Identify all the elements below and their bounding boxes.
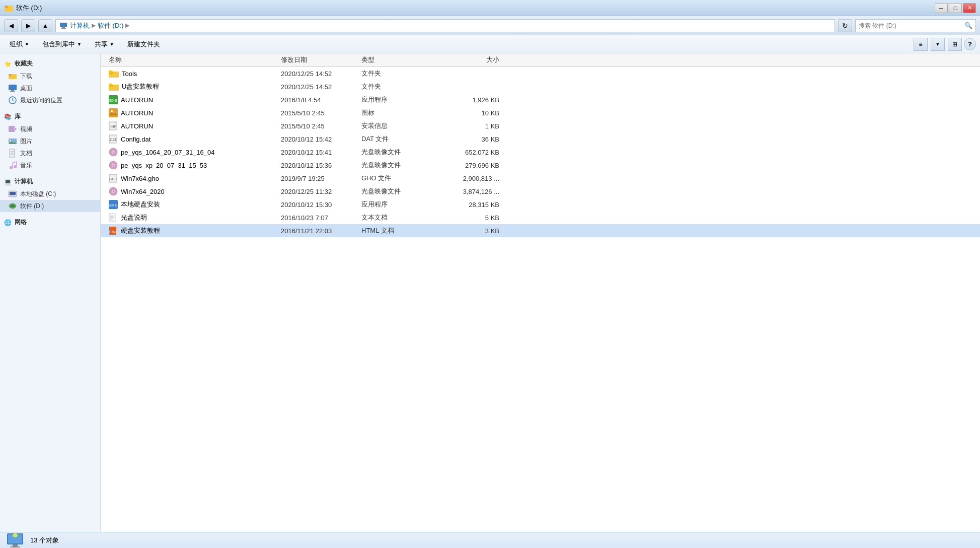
search-input[interactable] bbox=[859, 22, 964, 29]
file-name: 光盘说明 bbox=[105, 213, 281, 222]
file-icon bbox=[109, 148, 118, 157]
file-name: AUTORUN bbox=[105, 108, 281, 117]
table-row[interactable]: Win7x64_2020 2020/12/25 11:32 光盘映像文件 3,8… bbox=[101, 185, 980, 198]
col-header-date[interactable]: 修改日期 bbox=[281, 55, 361, 64]
sidebar-item-images[interactable]: 图片 bbox=[0, 135, 100, 147]
table-row[interactable]: EXE 本地硬盘安装 2020/10/12 15:30 应用程序 28,315 … bbox=[101, 198, 980, 211]
up-button[interactable]: ▲ bbox=[38, 19, 52, 32]
sidebar-item-docs[interactable]: 文档 bbox=[0, 147, 100, 159]
include-library-button[interactable]: 包含到库中 ▼ bbox=[37, 37, 87, 51]
new-folder-button[interactable]: 新建文件夹 bbox=[122, 37, 166, 51]
computer-label: 计算机 bbox=[15, 177, 33, 186]
file-icon bbox=[109, 108, 118, 117]
view-dropdown-button[interactable]: ▼ bbox=[931, 38, 945, 51]
svg-point-23 bbox=[14, 165, 17, 168]
help-button[interactable]: ? bbox=[964, 38, 976, 50]
table-row[interactable]: EXE AUTORUN 2016/1/8 4:54 应用程序 1,926 KB bbox=[101, 93, 980, 106]
svg-line-26 bbox=[13, 162, 17, 163]
sidebar-header-library[interactable]: 📚 库 bbox=[0, 110, 100, 123]
main-layout: ⭐ 收藏夹 下载 桌面 最近访问的位置 bbox=[0, 53, 980, 532]
toolbar: 组织 ▼ 包含到库中 ▼ 共享 ▼ 新建文件夹 ≡ ▼ ⊞ ? bbox=[0, 35, 980, 53]
pane-toggle-button[interactable]: ⊞ bbox=[948, 38, 962, 51]
file-icon: HTML bbox=[109, 226, 118, 235]
file-icon bbox=[109, 83, 119, 91]
file-date: 2016/11/21 22:03 bbox=[281, 227, 361, 235]
sidebar-header-favorites[interactable]: ⭐ 收藏夹 bbox=[0, 57, 100, 70]
search-bar[interactable]: 🔍 bbox=[855, 19, 976, 32]
table-row[interactable]: AUTORUN 2015/5/10 2:45 图标 10 KB bbox=[101, 106, 980, 119]
sidebar-item-drive-c[interactable]: 本地磁盘 (C:) bbox=[0, 188, 100, 200]
svg-rect-8 bbox=[11, 90, 14, 91]
table-row[interactable]: U盘安装教程 2020/12/25 14:52 文件夹 bbox=[101, 80, 980, 93]
maximize-button[interactable]: □ bbox=[949, 3, 962, 13]
file-type: 文件夹 bbox=[361, 82, 442, 91]
library-label: 库 bbox=[15, 112, 21, 121]
table-row[interactable]: HTML 硬盘安装教程 2016/11/21 22:03 HTML 文档 3 K… bbox=[101, 224, 980, 237]
sidebar-header-computer[interactable]: 💻 计算机 bbox=[0, 175, 100, 188]
file-name: EXE AUTORUN bbox=[105, 95, 281, 104]
address-bar: ◀ ▶ ▲ 计算机 ▶ 软件 (D:) ▶ ↻ 🔍 bbox=[0, 16, 980, 35]
breadcrumb-drive-d[interactable]: 软件 (D:) bbox=[98, 21, 123, 30]
svg-rect-6 bbox=[9, 74, 12, 76]
forward-button[interactable]: ▶ bbox=[21, 19, 35, 32]
col-header-size[interactable]: 大小 bbox=[442, 55, 507, 64]
file-icon: INF bbox=[109, 121, 118, 130]
table-row[interactable]: pe_yqs_xp_20_07_31_15_53 2020/10/12 15:3… bbox=[101, 159, 980, 172]
file-size: 1 KB bbox=[442, 122, 507, 130]
videos-label: 视频 bbox=[20, 125, 32, 133]
sidebar-item-videos[interactable]: 视频 bbox=[0, 123, 100, 135]
file-rows-container: Tools 2020/12/25 14:52 文件夹 U盘安装教程 2020/1… bbox=[101, 67, 980, 237]
table-row[interactable]: INF AUTORUN 2015/5/10 2:45 安装信息 1 KB bbox=[101, 119, 980, 132]
minimize-button[interactable]: ─ bbox=[935, 3, 948, 13]
docs-icon bbox=[8, 149, 17, 158]
file-name: EXE 本地硬盘安装 bbox=[105, 200, 281, 209]
file-size: 10 KB bbox=[442, 109, 507, 117]
window-title: 软件 (D:) bbox=[16, 4, 42, 13]
table-row[interactable]: Tools 2020/12/25 14:52 文件夹 bbox=[101, 67, 980, 80]
sidebar-item-desktop[interactable]: 桌面 bbox=[0, 82, 100, 94]
file-list-header: 名称 修改日期 类型 大小 bbox=[101, 53, 980, 67]
sidebar-item-downloads[interactable]: 下载 bbox=[0, 70, 100, 82]
file-name: Win7x64_2020 bbox=[105, 187, 281, 196]
col-header-name[interactable]: 名称 bbox=[105, 55, 281, 64]
sidebar-item-music[interactable]: 音乐 bbox=[0, 159, 100, 171]
breadcrumb[interactable]: 计算机 ▶ 软件 (D:) ▶ bbox=[55, 19, 835, 32]
back-button[interactable]: ◀ bbox=[4, 19, 18, 32]
file-size: 28,315 KB bbox=[442, 201, 507, 209]
table-row[interactable]: 光盘说明 2016/10/23 7:07 文本文档 5 KB bbox=[101, 211, 980, 224]
file-type: DAT 文件 bbox=[361, 134, 442, 144]
docs-label: 文档 bbox=[20, 149, 32, 158]
title-bar: 软件 (D:) ─ □ ✕ bbox=[0, 0, 980, 16]
file-type: 光盘映像文件 bbox=[361, 161, 442, 170]
status-count: 13 个对象 bbox=[30, 536, 59, 545]
svg-point-16 bbox=[10, 140, 12, 142]
pane-icon: ⊞ bbox=[952, 41, 957, 48]
file-size: 5 KB bbox=[442, 214, 507, 222]
file-date: 2020/10/12 15:30 bbox=[281, 201, 361, 209]
col-header-type[interactable]: 类型 bbox=[361, 55, 442, 64]
sidebar-header-network[interactable]: 🌐 网络 bbox=[0, 216, 100, 229]
svg-rect-3 bbox=[62, 27, 65, 28]
view-toggle-button[interactable]: ≡ bbox=[914, 38, 928, 51]
images-icon bbox=[8, 136, 17, 146]
file-type: 文件夹 bbox=[361, 69, 442, 78]
refresh-button[interactable]: ↻ bbox=[838, 19, 852, 32]
downloads-label: 下载 bbox=[20, 72, 32, 81]
breadcrumb-computer[interactable]: 计算机 bbox=[70, 21, 90, 30]
file-name: GHO Win7x64.gho bbox=[105, 174, 281, 183]
file-name: U盘安装教程 bbox=[105, 82, 281, 91]
table-row[interactable]: GHO Win7x64.gho 2019/9/7 19:25 GHO 文件 2,… bbox=[101, 172, 980, 185]
share-button[interactable]: 共享 ▼ bbox=[89, 37, 120, 51]
window-icon bbox=[4, 4, 13, 13]
table-row[interactable]: DAT Config.dat 2020/10/12 15:42 DAT 文件 3… bbox=[101, 132, 980, 146]
include-chevron: ▼ bbox=[77, 42, 82, 47]
sidebar-item-drive-d[interactable]: 软件 (D:) bbox=[0, 200, 100, 212]
table-row[interactable]: pe_yqs_1064_20_07_31_16_04 2020/10/12 15… bbox=[101, 146, 980, 159]
organize-button[interactable]: 组织 ▼ bbox=[4, 37, 35, 51]
close-button[interactable]: ✕ bbox=[963, 3, 976, 13]
file-icon: EXE bbox=[109, 200, 118, 209]
sidebar-item-recent[interactable]: 最近访问的位置 bbox=[0, 94, 100, 106]
file-icon: GHO bbox=[109, 174, 118, 183]
file-type: 应用程序 bbox=[361, 200, 442, 209]
share-label: 共享 bbox=[95, 40, 108, 49]
